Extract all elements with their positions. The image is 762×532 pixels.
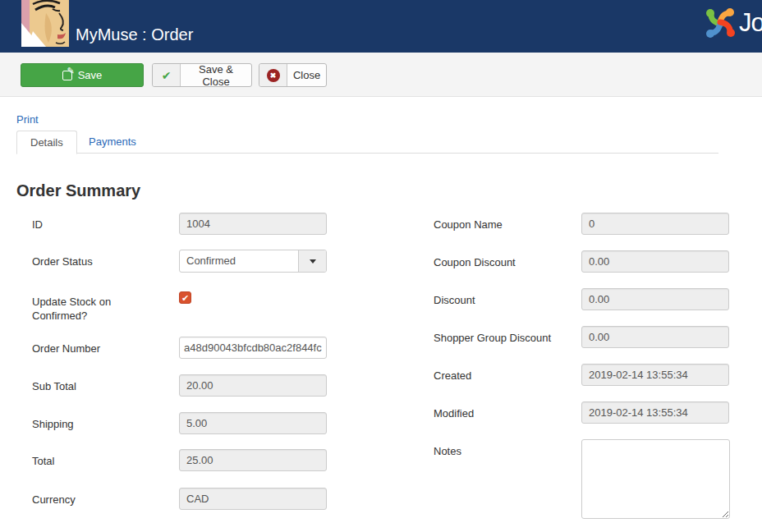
coupon-name-input[interactable] [581,213,729,235]
created-label: Created [434,369,578,383]
tab-payments[interactable]: Payments [76,131,149,154]
save-and-close-button[interactable]: ✔ Save & Close [152,63,252,87]
field-row-notes: Notes [0,439,762,462]
avatar [21,0,69,47]
field-row-modified: Modified [0,401,762,424]
field-row-shopper-group-discount: Shopper Group Discount [0,326,762,349]
modified-label: Modified [434,406,578,420]
save-and-close-label: Save & Close [181,63,251,88]
coupon-name-label: Coupon Name [434,218,578,232]
modified-input[interactable] [581,401,729,424]
tab-bar: Details Payments [16,130,718,154]
field-row-coupon-name: Coupon Name [0,213,762,236]
close-button[interactable]: ✖ Close [259,63,327,87]
close-button-label: Close [287,69,326,81]
discount-label: Discount [434,293,578,307]
save-button-label: Save [78,69,103,81]
currency-label: Currency [32,493,172,507]
coupon-discount-label: Coupon Discount [434,255,578,269]
field-row-created: Created [0,364,762,387]
app-header: MyMuse : Order Jo [0,0,762,53]
shopper-group-discount-label: Shopper Group Discount [434,331,578,345]
joomla-brand: Jo [703,5,762,48]
order-summary-heading: Order Summary [16,181,140,200]
discount-input[interactable] [581,288,729,310]
created-input[interactable] [581,364,729,386]
shopper-group-discount-input[interactable] [581,326,729,348]
toolbar: ✎ Save ✔ Save & Close ✖ Close [0,53,762,97]
joomla-logo-icon [703,7,737,43]
notes-label: Notes [434,444,578,458]
check-icon: ✔ [153,64,181,86]
tab-details[interactable]: Details [16,131,77,154]
save-icon: ✎ [62,71,72,80]
joomla-wordmark: Jo [739,8,762,38]
notes-textarea[interactable] [581,439,730,519]
page-title: MyMuse : Order [76,25,193,44]
close-icon: ✖ [259,64,287,86]
field-row-coupon-discount: Coupon Discount [0,250,762,273]
coupon-discount-input[interactable] [581,250,729,273]
currency-input[interactable] [179,488,327,510]
admin-order-page: MyMuse : Order Jo ✎ Save [0,0,762,532]
print-link[interactable]: Print [16,113,39,126]
save-button[interactable]: ✎ Save [21,63,144,87]
field-row-discount: Discount [0,288,762,311]
